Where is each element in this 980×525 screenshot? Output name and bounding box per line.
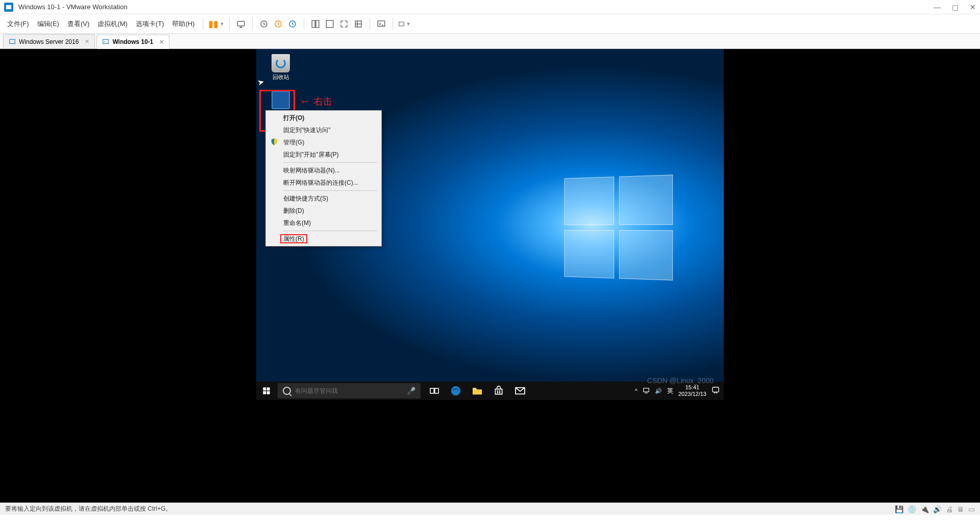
- window-controls: — ▢ ✕: [934, 3, 976, 11]
- svg-rect-11: [103, 39, 109, 43]
- status-more-icon[interactable]: ▭: [968, 505, 975, 513]
- vmware-app-icon: [4, 3, 13, 12]
- recycle-bin-label: 回收站: [265, 73, 296, 81]
- properties-highlight: 属性(R): [280, 234, 307, 243]
- cm-delete[interactable]: 删除(D): [266, 205, 381, 217]
- host-titlebar: Windows 10-1 - VMware Workstation — ▢ ✕: [0, 0, 980, 14]
- windows-taskbar: 🎤 ^ 🔊 英: [256, 382, 724, 400]
- minimize-button[interactable]: —: [934, 3, 941, 11]
- chevron-down-icon[interactable]: ▼: [219, 21, 224, 27]
- vm-tab-win10[interactable]: Windows 10-1 ✕: [96, 35, 169, 49]
- svg-rect-16: [430, 388, 434, 393]
- menu-vm[interactable]: 虚拟机(M): [94, 17, 131, 31]
- start-button[interactable]: [256, 382, 277, 400]
- menu-separator: [203, 18, 203, 30]
- arrow-left-icon: ←: [300, 95, 311, 108]
- task-view-button[interactable]: [424, 382, 445, 400]
- volume-icon[interactable]: 🔊: [655, 388, 662, 394]
- status-cd-icon[interactable]: 💿: [908, 505, 916, 513]
- fullscreen-button[interactable]: [338, 18, 350, 30]
- console-button[interactable]: [375, 18, 387, 30]
- stretch-button[interactable]: ▼: [398, 18, 410, 30]
- status-display-icon[interactable]: 🖥: [957, 505, 964, 513]
- menu-file[interactable]: 文件(F): [4, 17, 32, 31]
- microphone-icon[interactable]: 🎤: [407, 387, 415, 395]
- svg-rect-4: [312, 20, 315, 28]
- action-center-icon[interactable]: [712, 386, 720, 395]
- snapshot-manager-button[interactable]: [286, 18, 299, 30]
- tab-close-icon[interactable]: ✕: [159, 39, 164, 45]
- close-button[interactable]: ✕: [970, 3, 976, 11]
- cm-pin-start[interactable]: 固定到"开始"屏幕(P): [266, 148, 381, 161]
- cm-manage[interactable]: 管理(G): [266, 136, 381, 148]
- cm-properties[interactable]: 属性(R): [266, 233, 381, 245]
- cm-open[interactable]: 打开(O): [266, 112, 381, 124]
- vmware-status-tray: 💾 💿 🔌 🔊 🖨 🖥 ▭: [895, 505, 975, 513]
- unity-button[interactable]: [352, 18, 364, 30]
- status-network-icon[interactable]: 🔌: [920, 505, 929, 513]
- recycle-bin-image: [272, 54, 290, 72]
- view-multi-button[interactable]: [324, 18, 336, 30]
- recycle-bin-icon[interactable]: 回收站: [265, 54, 296, 81]
- chevron-down-icon[interactable]: ▼: [406, 21, 410, 27]
- vm-tab-server2016[interactable]: Windows Server 2016 ✕: [3, 34, 95, 48]
- menu-edit[interactable]: 编辑(E): [34, 17, 62, 31]
- toolbar-separator: [229, 18, 230, 30]
- svg-rect-5: [316, 20, 319, 28]
- tab-close-icon[interactable]: ✕: [85, 38, 89, 45]
- cm-create-shortcut[interactable]: 创建快捷方式(S): [266, 192, 381, 205]
- svg-rect-22: [499, 392, 501, 394]
- cm-disconnect-network-drive[interactable]: 断开网络驱动器的连接(C)...: [266, 177, 381, 189]
- snapshot-revert-button[interactable]: [272, 18, 284, 30]
- svg-point-18: [451, 386, 460, 395]
- cm-separator: [283, 190, 377, 191]
- menu-help[interactable]: 帮助(H): [169, 17, 198, 31]
- svg-rect-15: [267, 391, 270, 394]
- clock-time: 15:41: [678, 384, 706, 391]
- network-icon[interactable]: [643, 387, 650, 395]
- view-single-button[interactable]: [309, 18, 322, 30]
- language-indicator[interactable]: 英: [667, 387, 673, 395]
- search-input[interactable]: [295, 387, 403, 394]
- toolbar-separator: [252, 18, 253, 30]
- cm-rename[interactable]: 重命名(M): [266, 217, 381, 229]
- svg-rect-14: [263, 391, 266, 394]
- svg-rect-20: [499, 390, 501, 392]
- store-icon[interactable]: [488, 382, 509, 400]
- cm-separator: [283, 162, 377, 163]
- edge-browser-icon[interactable]: [445, 382, 467, 400]
- status-disk-icon[interactable]: 💾: [895, 505, 903, 513]
- annotation-arrow: ← 右击: [300, 95, 332, 108]
- search-icon: [283, 387, 291, 395]
- host-window-title: Windows 10-1 - VMware Workstation: [18, 3, 128, 11]
- svg-rect-10: [10, 39, 15, 43]
- maximize-button[interactable]: ▢: [952, 3, 959, 11]
- taskbar-clock[interactable]: 15:41 2023/12/13: [678, 384, 706, 397]
- system-tray: ^ 🔊 英 15:41 2023/12/13: [635, 384, 724, 397]
- snapshot-button[interactable]: [258, 18, 270, 30]
- win10-desktop[interactable]: 回收站 ➤ ← 右击 打开(O) 固定到"快速访问" 管理(G) 固定到"开始"…: [256, 49, 724, 400]
- vm-tab-label: Windows Server 2016: [19, 38, 79, 45]
- taskbar-search[interactable]: 🎤: [278, 383, 421, 398]
- this-pc-icon[interactable]: [265, 91, 296, 110]
- status-usb-icon[interactable]: 🔊: [933, 505, 942, 513]
- toolbar-separator: [393, 18, 393, 30]
- svg-rect-21: [497, 392, 499, 394]
- menu-view[interactable]: 查看(V): [64, 17, 92, 31]
- svg-rect-12: [263, 387, 266, 390]
- cm-pin-quick-access[interactable]: 固定到"快速访问": [266, 124, 381, 136]
- vm-viewport[interactable]: 回收站 ➤ ← 右击 打开(O) 固定到"快速访问" 管理(G) 固定到"开始"…: [0, 49, 980, 503]
- mail-icon[interactable]: [509, 382, 531, 400]
- annotation-label: 右击: [314, 95, 332, 108]
- send-ctrl-alt-del-button[interactable]: [235, 18, 247, 30]
- windows-logo-wallpaper: [564, 174, 673, 280]
- tray-caret-icon[interactable]: ^: [635, 388, 638, 394]
- mouse-cursor: ➤: [256, 77, 265, 88]
- pause-vm-button[interactable]: ▮▮▼: [208, 18, 224, 30]
- cm-separator: [283, 231, 377, 231]
- status-printer-icon[interactable]: 🖨: [946, 505, 953, 513]
- cm-map-network-drive[interactable]: 映射网络驱动器(N)...: [266, 164, 381, 177]
- menu-tabs[interactable]: 选项卡(T): [133, 17, 167, 31]
- vmware-menubar: 文件(F) 编辑(E) 查看(V) 虚拟机(M) 选项卡(T) 帮助(H) ▮▮…: [0, 14, 980, 34]
- file-explorer-icon[interactable]: [467, 382, 488, 400]
